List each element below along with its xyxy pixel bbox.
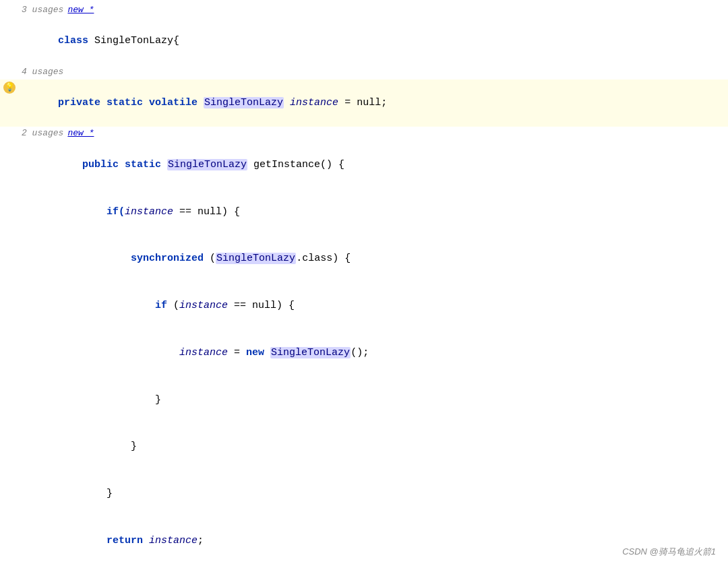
space: getInstance() { <box>247 159 344 170</box>
usages-2-text: 2 usages <box>22 127 63 140</box>
usages-meta-line: 3 usages new * <box>0 3 728 18</box>
line-content: } <box>19 470 728 517</box>
line-content: public static SingleTonLazy getInstance(… <box>19 141 728 189</box>
equals: = <box>228 347 246 358</box>
type-singleton3: SingleTonLazy <box>216 253 295 264</box>
indent1-return <box>58 535 107 546</box>
indent2-close: } <box>58 488 113 499</box>
line-content: if (instance == null) { <box>19 282 728 329</box>
indent4-close: } <box>58 394 161 406</box>
semi: ; <box>198 535 204 546</box>
kw-synchronized: synchronized <box>131 253 210 264</box>
kw-return: return <box>107 535 149 546</box>
code-editor: 3 usages new * class SingleTonLazy{ 4 us… <box>0 0 728 568</box>
usages-meta-4: 4 usages <box>0 65 728 80</box>
highlight-singleton: SingleTonLazy <box>204 97 284 108</box>
line-content: private static volatile SingleTonLazy in… <box>19 80 728 127</box>
kw-new: new <box>246 347 270 358</box>
var-instance5: instance <box>149 535 198 546</box>
code-line: } <box>0 423 728 470</box>
code-line: class SingleTonLazy{ <box>0 18 728 65</box>
code-line: if (instance == null) { <box>0 282 728 329</box>
code-line: } <box>0 564 728 568</box>
kw-volatile: volatile <box>149 97 204 108</box>
line-content: } <box>19 423 728 470</box>
code-line: public static SingleTonLazy getInstance(… <box>0 141 728 189</box>
kw-static: static <box>125 159 167 170</box>
indent3 <box>58 253 131 264</box>
line-content: class SingleTonLazy{ <box>19 18 728 65</box>
paren: ( <box>210 253 216 264</box>
indent3-close: } <box>58 441 137 452</box>
type-singleton2: SingleTonLazy <box>168 159 247 170</box>
var-instance2: instance <box>125 206 173 218</box>
line-content: instance = new SingleTonLazy(); <box>19 329 728 377</box>
usages-text: 3 usages <box>22 3 63 17</box>
type-singleton4: SingleTonLazy <box>271 347 350 358</box>
dot-class: .class) { <box>296 253 351 264</box>
new-link[interactable]: new * <box>67 3 94 17</box>
kw-public: public <box>82 159 125 170</box>
code-line: instance = new SingleTonLazy(); <box>0 329 728 377</box>
keyword-class: class <box>58 35 94 46</box>
code-line: } <box>0 376 728 423</box>
highlight-singleton2: SingleTonLazy <box>167 159 247 170</box>
usages-4-text: 4 usages <box>22 65 63 79</box>
eq-null2: == null) { <box>228 300 295 311</box>
code-line: } <box>0 470 728 517</box>
parens-semi: (); <box>351 347 369 358</box>
line-content: synchronized (SingleTonLazy.class) { <box>19 235 728 282</box>
line-content: if(instance == null) { <box>19 188 728 235</box>
code-line: if(instance == null) { <box>0 188 728 235</box>
indent5 <box>58 347 179 358</box>
gutter-bulb: 💡 <box>0 82 19 94</box>
var-instance: instance <box>290 97 338 108</box>
type-singleton: SingleTonLazy <box>204 97 283 108</box>
code-line: synchronized (SingleTonLazy.class) { <box>0 235 728 282</box>
new-link-2[interactable]: new * <box>67 127 94 140</box>
equals-null: = null; <box>338 97 387 108</box>
kw-private: private <box>58 97 107 108</box>
indent2 <box>58 206 107 218</box>
line-content: } <box>19 376 728 423</box>
class-name: SingleTonLazy{ <box>94 35 179 46</box>
eq-null: == null) { <box>173 206 240 218</box>
watermark: CSDN @骑马龟追火箭1 <box>622 545 716 559</box>
indent4 <box>58 300 155 311</box>
line-content: } <box>19 564 728 568</box>
kw-static: static <box>107 97 149 108</box>
var-instance3: instance <box>179 300 228 311</box>
code-line: return instance; <box>0 517 728 565</box>
usages-meta-2: 2 usages new * <box>0 127 728 141</box>
highlight-singleton4: SingleTonLazy <box>270 347 351 358</box>
kw-if2: if <box>155 300 173 311</box>
space <box>284 97 290 108</box>
paren2: ( <box>173 300 179 311</box>
bulb-icon[interactable]: 💡 <box>3 82 16 94</box>
indent1 <box>58 159 82 170</box>
code-line-highlighted: 💡 private static volatile SingleTonLazy … <box>0 80 728 127</box>
kw-if: if( <box>107 206 125 218</box>
var-instance4: instance <box>179 347 228 358</box>
highlight-singleton3: SingleTonLazy <box>216 253 296 264</box>
